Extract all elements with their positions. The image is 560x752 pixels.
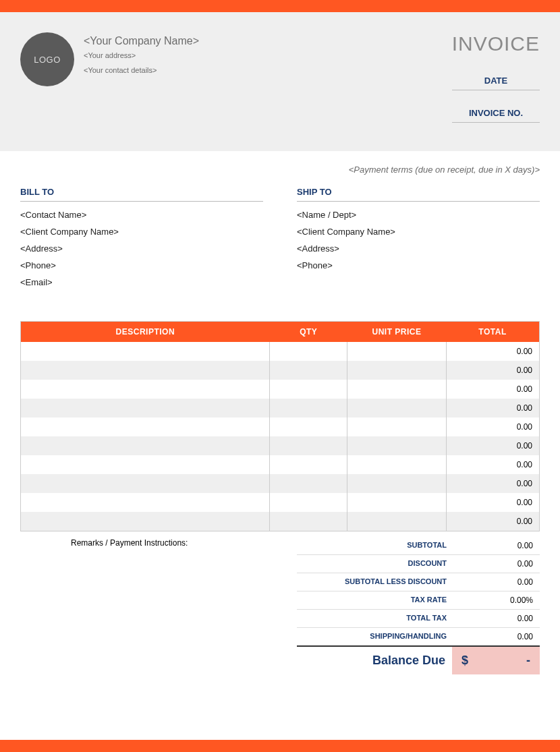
totals-block: SUBTOTAL0.00DISCOUNT0.00SUBTOTAL LESS DI…	[297, 537, 540, 674]
total-label: SHIPPING/HANDLING	[297, 628, 452, 645]
company-address: <Your address>	[84, 51, 199, 59]
cell-qty	[270, 512, 347, 531]
balance-row: Balance Due $ -	[297, 645, 540, 674]
table-row: 0.00	[21, 399, 540, 417]
col-qty: QTY	[270, 322, 347, 343]
bill-to-line: <Contact Name>	[20, 210, 263, 220]
cell-total: 0.00	[446, 417, 539, 436]
ship-to-line: <Phone>	[297, 260, 540, 270]
cell-unit	[347, 436, 446, 455]
ship-to-line: <Address>	[297, 243, 540, 254]
cell-qty	[270, 417, 347, 436]
ship-to-heading: SHIP TO	[297, 187, 540, 202]
top-accent-bar	[0, 0, 560, 12]
invoice-no-field: INVOICE NO.	[452, 103, 540, 123]
cell-unit	[347, 493, 446, 512]
total-label: DISCOUNT	[297, 555, 452, 573]
col-total: TOTAL	[446, 322, 539, 343]
total-row: SHIPPING/HANDLING0.00	[297, 628, 540, 646]
bottom-accent-bar	[0, 740, 560, 752]
total-row: SUBTOTAL LESS DISCOUNT0.00	[297, 573, 540, 591]
cell-total: 0.00	[446, 512, 539, 531]
cell-qty	[270, 399, 347, 417]
cell-desc	[21, 361, 270, 380]
cell-qty	[270, 474, 347, 493]
ship-to-line: <Client Company Name>	[297, 227, 540, 237]
table-row: 0.00	[21, 436, 540, 455]
balance-due-value: $ -	[452, 647, 540, 674]
balance-due-label: Balance Due	[297, 647, 452, 674]
total-value: 0.00	[452, 555, 540, 573]
header-right: INVOICE DATE INVOICE NO.	[452, 32, 540, 135]
cell-desc	[21, 417, 270, 436]
cell-qty	[270, 361, 347, 380]
total-label: TOTAL TAX	[297, 610, 452, 627]
cell-desc	[21, 380, 270, 399]
remarks-label: Remarks / Payment Instructions:	[20, 537, 297, 674]
balance-currency: $	[461, 654, 468, 668]
balance-amount: -	[526, 654, 530, 668]
cell-desc	[21, 493, 270, 512]
bill-to-line: <Phone>	[20, 260, 263, 270]
cell-desc	[21, 436, 270, 455]
cell-desc	[21, 342, 270, 361]
cell-desc	[21, 512, 270, 531]
header: LOGO <Your Company Name> <Your address> …	[0, 12, 560, 151]
cell-total: 0.00	[446, 436, 539, 455]
total-value: 0.00	[452, 610, 540, 627]
total-value: 0.00	[452, 573, 540, 591]
table-row: 0.00	[21, 380, 540, 399]
header-left: LOGO <Your Company Name> <Your address> …	[20, 32, 199, 135]
cell-unit	[347, 361, 446, 380]
payment-terms: <Payment terms (due on receipt, due in X…	[20, 165, 540, 175]
ship-to-block: SHIP TO <Name / Dept> <Client Company Na…	[297, 187, 540, 294]
cell-qty	[270, 436, 347, 455]
cell-unit	[347, 512, 446, 531]
addresses: BILL TO <Contact Name> <Client Company N…	[20, 187, 540, 294]
cell-unit	[347, 342, 446, 361]
cell-qty	[270, 342, 347, 361]
total-value: 0.00	[452, 628, 540, 645]
total-value: 0.00%	[452, 591, 540, 609]
table-row: 0.00	[21, 512, 540, 531]
bill-to-line: <Email>	[20, 277, 263, 287]
table-row: 0.00	[21, 417, 540, 436]
company-contact: <Your contact details>	[84, 66, 199, 74]
cell-desc	[21, 455, 270, 474]
total-row: DISCOUNT0.00	[297, 555, 540, 573]
cell-unit	[347, 380, 446, 399]
total-row: SUBTOTAL0.00	[297, 537, 540, 555]
table-row: 0.00	[21, 493, 540, 512]
bill-to-line: <Client Company Name>	[20, 227, 263, 237]
total-label: TAX RATE	[297, 591, 452, 609]
cell-total: 0.00	[446, 493, 539, 512]
bill-to-block: BILL TO <Contact Name> <Client Company N…	[20, 187, 263, 294]
company-name: <Your Company Name>	[84, 35, 199, 47]
total-row: TOTAL TAX0.00	[297, 610, 540, 628]
bill-to-heading: BILL TO	[20, 187, 263, 202]
total-value: 0.00	[452, 537, 540, 554]
table-row: 0.00	[21, 474, 540, 493]
cell-desc	[21, 474, 270, 493]
table-row: 0.00	[21, 361, 540, 380]
col-unit-price: UNIT PRICE	[347, 322, 446, 343]
table-header-row: DESCRIPTION QTY UNIT PRICE TOTAL	[21, 322, 540, 343]
cell-qty	[270, 380, 347, 399]
company-info: <Your Company Name> <Your address> <Your…	[84, 32, 199, 135]
cell-unit	[347, 474, 446, 493]
cell-total: 0.00	[446, 342, 539, 361]
table-row: 0.00	[21, 342, 540, 361]
table-row: 0.00	[21, 455, 540, 474]
cell-unit	[347, 399, 446, 417]
cell-total: 0.00	[446, 361, 539, 380]
total-label: SUBTOTAL LESS DISCOUNT	[297, 573, 452, 591]
items-table: DESCRIPTION QTY UNIT PRICE TOTAL 0.000.0…	[20, 321, 540, 531]
cell-unit	[347, 417, 446, 436]
cell-qty	[270, 493, 347, 512]
cell-total: 0.00	[446, 455, 539, 474]
cell-total: 0.00	[446, 474, 539, 493]
total-label: SUBTOTAL	[297, 537, 452, 554]
logo-placeholder: LOGO	[20, 32, 74, 86]
total-row: TAX RATE0.00%	[297, 591, 540, 610]
col-description: DESCRIPTION	[21, 322, 270, 343]
